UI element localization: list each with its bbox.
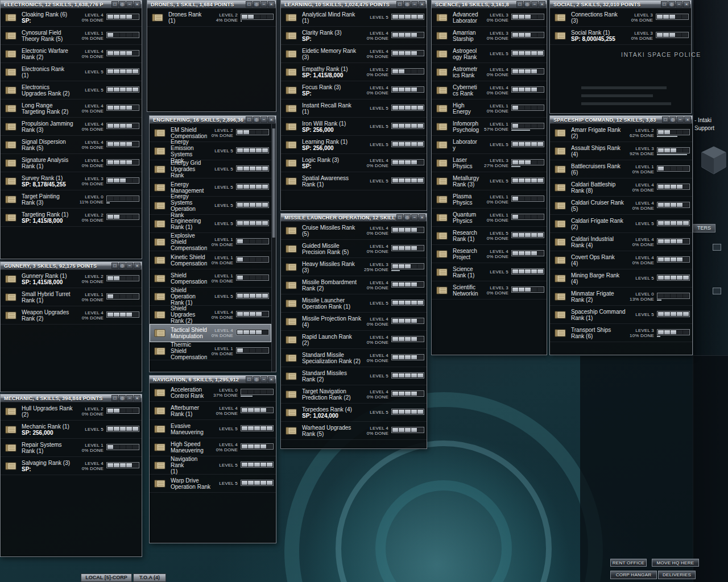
skill-row[interactable]: Laborator y LEVEL 5 bbox=[432, 136, 547, 154]
skill-row[interactable]: Cruise Missiles Rank (5) LEVEL 4 0% DONE bbox=[281, 222, 427, 240]
window-titlebar[interactable]: MECHANIC, 4 SKILLS, 394,844 POINTS □ ◎ −… bbox=[1, 394, 142, 402]
skill-row[interactable]: Astrogeol ogy Rank LEVEL 5 bbox=[432, 45, 547, 63]
skill-row[interactable]: Mining Barge Rank (4) LEVEL 5 bbox=[550, 269, 692, 288]
skill-row[interactable]: Standard Missile Specialization Rank (2)… bbox=[281, 349, 427, 367]
close-icon[interactable]: × bbox=[683, 1, 690, 7]
window-titlebar[interactable]: LEARNING, 10 SKILLS, 1,024,475 POINTS □ … bbox=[281, 1, 427, 9]
skill-row[interactable]: Logic Rank (3) SP: LEVEL 4 0% DONE bbox=[281, 154, 427, 172]
window-titlebar[interactable]: MISSILE LAUNCHER OPERATION, 12 SKILL □ ◎… bbox=[281, 214, 427, 222]
skill-row[interactable]: Social Rank (1) SP: 8,000/45,255 LEVEL 3… bbox=[550, 27, 691, 45]
skill-row[interactable]: Afterburner Rank (1) LEVEL 4 0% DONE bbox=[150, 402, 276, 420]
window-titlebar[interactable]: GUNNERY, 3 SKILLS, 92,175 POINTS □ ◎ − × bbox=[1, 262, 142, 270]
skill-row[interactable]: Warhead Upgrades Rank (5) LEVEL 4 0% DON… bbox=[281, 422, 427, 440]
skill-row[interactable]: Missile Bombardment Rank (2) LEVEL 4 0% … bbox=[281, 276, 427, 294]
close-icon[interactable]: × bbox=[134, 1, 140, 7]
pin-icon[interactable]: □ bbox=[246, 376, 253, 383]
deliveries-button[interactable]: DELIVERIES bbox=[658, 571, 696, 579]
skill-row[interactable]: Kinetic Shield Compensation LEVEL 1 0% D… bbox=[150, 251, 271, 269]
move-hq-here-button[interactable]: MOVE HQ HERE bbox=[652, 559, 699, 567]
skill-row[interactable]: Electronics Rank (1) LEVEL 5 bbox=[1, 63, 142, 81]
skill-row[interactable]: Metallurgy Rank (3) LEVEL 5 bbox=[432, 172, 547, 190]
skill-row[interactable]: Energy Management LEVEL 5 bbox=[150, 178, 271, 197]
scan-icon[interactable]: ◎ bbox=[404, 1, 411, 7]
skill-row[interactable]: Energy Emission Systems Rank LEVEL 5 bbox=[150, 142, 271, 160]
skill-row[interactable]: Weapon Upgrades Rank (2) LEVEL 4 0% DONE bbox=[1, 306, 142, 325]
skill-row[interactable]: Electronic Warfare Rank (2) LEVEL 4 0% D… bbox=[1, 45, 142, 63]
skill-row[interactable]: Acceleration Control Rank LEVEL 0 37% DO… bbox=[150, 384, 276, 402]
skill-row[interactable]: Gunnery Rank (1) SP: 1,415/8,000 LEVEL 2… bbox=[1, 270, 142, 288]
close-icon[interactable]: × bbox=[419, 214, 425, 221]
skill-row[interactable]: Advanced Laborator LEVEL 3 0% DONE bbox=[432, 9, 547, 27]
skill-row[interactable]: Caldari Cruiser Rank (5) LEVEL 4 0% DONE bbox=[550, 197, 692, 215]
skill-row[interactable]: Drones Rank (1) LEVEL 2 4% DONE bbox=[147, 9, 276, 27]
skill-row[interactable]: Survey Rank (1) SP: 8,178/45,255 LEVEL 3… bbox=[1, 172, 142, 190]
skill-row[interactable]: Eidetic Memory Rank (3) LEVEL 4 0% DONE bbox=[281, 45, 427, 63]
scan-icon[interactable]: ◎ bbox=[253, 1, 260, 7]
skill-row[interactable]: Caldari Frigate Rank (2) LEVEL 5 bbox=[550, 215, 692, 233]
scan-icon[interactable]: ◎ bbox=[669, 117, 676, 123]
chat-tab-local-corp[interactable]: LOCAL [5]-CORP bbox=[81, 573, 132, 582]
skill-row[interactable]: Laser Physics LEVEL 3 27% DONE bbox=[432, 154, 547, 172]
skill-row[interactable]: Thermic Shield Compensation LEVEL 1 0% D… bbox=[150, 342, 271, 360]
skill-row[interactable]: EM Shield Compensation LEVEL 2 0% DONE bbox=[150, 124, 271, 142]
minimize-icon[interactable]: − bbox=[260, 1, 267, 7]
minimize-icon[interactable]: − bbox=[260, 117, 267, 123]
skill-row[interactable]: Science Rank (1) LEVEL 5 bbox=[432, 263, 547, 281]
skill-row[interactable]: Focus Rank (3) SP: LEVEL 4 0% DONE bbox=[281, 81, 427, 99]
minimize-icon[interactable]: − bbox=[677, 117, 684, 123]
minimize-icon[interactable]: − bbox=[126, 395, 133, 401]
skill-row[interactable]: Transport Ships Rank (6) LEVEL 3 10% DON… bbox=[550, 324, 692, 342]
skill-row[interactable]: Astrometr ics Rank LEVEL 4 0% DONE bbox=[432, 63, 547, 81]
scan-icon[interactable]: ◎ bbox=[253, 376, 260, 383]
skill-row[interactable]: Battlecruisers Rank (6) LEVEL 1 0% DONE bbox=[550, 160, 692, 178]
close-icon[interactable]: × bbox=[134, 263, 140, 269]
pin-icon[interactable]: □ bbox=[111, 263, 118, 269]
scan-icon[interactable]: ◎ bbox=[253, 117, 260, 123]
skill-row[interactable]: Guided Missile Precision Rank (5) LEVEL … bbox=[281, 240, 427, 258]
skill-row[interactable]: Research Project LEVEL 4 0% DONE bbox=[432, 245, 547, 263]
skill-row[interactable]: Cyberneti cs Rank LEVEL 4 0% DONE bbox=[432, 81, 547, 99]
skill-row[interactable]: Analytical Mind Rank (1) LEVEL 5 bbox=[281, 9, 427, 27]
minimize-icon[interactable]: − bbox=[126, 263, 133, 269]
skill-row[interactable]: Scientific Networkin LEVEL 3 0% DONE bbox=[432, 281, 547, 300]
skill-row[interactable]: Empathy Rank (1) SP: 1,415/8,000 LEVEL 2… bbox=[281, 63, 427, 81]
minimize-icon[interactable]: − bbox=[411, 214, 418, 221]
skill-row[interactable]: Target Navigation Prediction Rank (2) LE… bbox=[281, 385, 427, 404]
corp-hangar-button[interactable]: CORP HANGAR bbox=[610, 571, 657, 579]
skill-row[interactable]: Signal Dispersion Rank (5) LEVEL 4 0% DO… bbox=[1, 136, 142, 154]
skill-row[interactable]: Signature Analysis Rank (1) LEVEL 4 0% D… bbox=[1, 154, 142, 172]
skill-row[interactable]: Target Painting Rank (3) LEVEL 0 11% DON… bbox=[1, 190, 142, 209]
pin-icon[interactable]: □ bbox=[246, 117, 253, 123]
skill-row[interactable]: Torpedoes Rank (4) SP: 1,024,000 LEVEL 5 bbox=[281, 404, 427, 422]
skill-row[interactable]: Rapid Launch Rank (2) LEVEL 4 0% DONE bbox=[281, 331, 427, 349]
skill-row[interactable]: Repair Systems Rank (1) LEVEL 1 0% DONE bbox=[1, 439, 142, 457]
minimize-icon[interactable]: − bbox=[531, 1, 538, 7]
skill-row[interactable]: Energy Grid Upgrades Rank LEVEL 5 bbox=[150, 160, 271, 178]
window-titlebar[interactable]: SCIENCE, 16 SKILLS, 3,161,8 □ ◎ − × bbox=[432, 1, 547, 9]
scan-icon[interactable]: ◎ bbox=[119, 263, 126, 269]
minimize-icon[interactable]: − bbox=[411, 1, 418, 7]
pin-icon[interactable]: □ bbox=[111, 395, 118, 401]
scrollbar-thumb[interactable] bbox=[272, 128, 275, 238]
window-titlebar[interactable]: NAVIGATION, 6 SKILLS, 1,295,912 □ ◎ − × bbox=[150, 376, 276, 384]
window-titlebar[interactable]: ELECTRONICS, 12 SKILLS, 1,638,776 P □ ◎ … bbox=[1, 1, 142, 9]
skill-row[interactable]: Hull Upgrades Rank (2) LEVEL 2 0% DONE bbox=[1, 402, 142, 421]
skill-row[interactable]: Shield Upgrades Rank (2) LEVEL 4 0% DONE bbox=[150, 306, 271, 324]
skill-row[interactable]: Standard Missiles Rank (2) LEVEL 5 bbox=[281, 367, 427, 385]
skill-row[interactable]: Missile Launcher Operation Rank (1) LEVE… bbox=[281, 294, 427, 313]
skill-row[interactable]: Salvaging Rank (3) SP: LEVEL 4 0% DONE bbox=[1, 457, 142, 475]
scan-icon[interactable]: ◎ bbox=[119, 1, 126, 7]
skill-row[interactable]: High Speed Maneuvering LEVEL 4 0% DONE bbox=[150, 438, 276, 456]
skill-row[interactable]: Plasma Physics LEVEL 1 0% DONE bbox=[432, 190, 547, 209]
window-titlebar[interactable]: SPACESHIP COMMAND, 12 SKILLS, 3,83 □ ◎ −… bbox=[550, 116, 692, 124]
skill-row[interactable]: Engineering Rank (1) LEVEL 5 bbox=[150, 215, 271, 233]
skill-row[interactable]: Caldari Battleship Rank (8) LEVEL 4 0% D… bbox=[550, 178, 692, 197]
skill-row[interactable]: Energy Systems Operation Rank LEVEL 5 bbox=[150, 197, 271, 215]
skill-row[interactable]: Iron Will Rank (1) SP: 256,000 LEVEL 5 bbox=[281, 118, 427, 136]
skill-row[interactable]: Spaceship Command Rank (1) LEVEL 5 bbox=[550, 306, 692, 324]
scan-icon[interactable]: ◎ bbox=[404, 214, 411, 221]
pin-icon[interactable]: □ bbox=[246, 1, 253, 7]
scan-icon[interactable]: ◎ bbox=[668, 1, 675, 7]
minimize-icon[interactable]: − bbox=[676, 1, 682, 7]
scan-icon[interactable]: ◎ bbox=[119, 395, 126, 401]
